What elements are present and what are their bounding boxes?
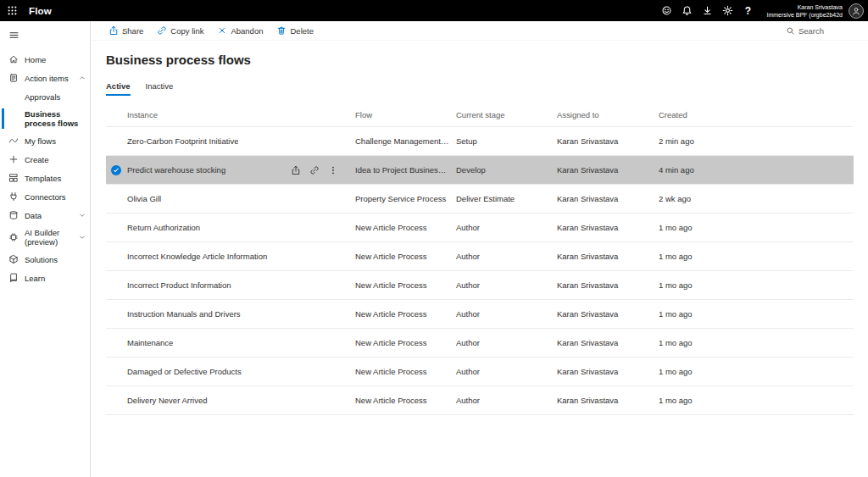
data-icon <box>8 210 19 220</box>
account-info[interactable]: Karan Srivastava Immersive BPF (orgbe2b4… <box>767 3 843 19</box>
instance-cell: Instruction Manuals and Drivers <box>106 300 355 328</box>
user-name: Karan Srivastava <box>767 3 843 11</box>
check-icon <box>113 167 120 174</box>
download-button[interactable] <box>698 0 718 21</box>
row-copy-link-button[interactable] <box>309 165 320 175</box>
row-select-target[interactable] <box>111 396 121 406</box>
assigned-to-cell: Karan Srivastava <box>557 309 659 319</box>
search-icon <box>786 26 795 36</box>
tabs: ActiveInactive <box>106 81 854 96</box>
command-label: Copy link <box>170 26 203 36</box>
copy-link-button[interactable]: Copy link <box>157 25 203 36</box>
sidebar-item-solutions[interactable]: Solutions <box>0 250 90 269</box>
search-box[interactable]: Search <box>786 26 824 36</box>
table-row[interactable]: Return AuthorizationNew Article ProcessA… <box>106 214 854 242</box>
sidebar-item-create[interactable]: Create <box>0 150 90 169</box>
flow-cell: Property Service Process <box>355 194 456 203</box>
instance-cell: Olivia Gill <box>106 185 355 213</box>
tab-active[interactable]: Active <box>106 81 131 96</box>
sidebar-item-data[interactable]: Data <box>0 206 90 225</box>
row-select-target[interactable] <box>111 194 121 204</box>
assigned-to-cell: Karan Srivastava <box>557 136 659 146</box>
tab-inactive[interactable]: Inactive <box>146 81 174 96</box>
sidebar-item-templates[interactable]: Templates <box>0 169 90 187</box>
table-row[interactable]: Incorrect Knowledge Article InformationN… <box>106 242 854 271</box>
help-icon: ? <box>743 5 754 16</box>
row-selected-check[interactable] <box>111 165 121 175</box>
table-row[interactable]: Zero-Carbon Footprint InitiativeChalleng… <box>106 127 854 156</box>
waffle-menu-button[interactable] <box>0 0 24 21</box>
table-row[interactable]: Predict warehouse stockingIdea to Projec… <box>106 156 854 185</box>
sidebar-item-label: Templates <box>25 174 86 183</box>
column-header-current-stage[interactable]: Current stage <box>456 110 557 119</box>
column-header-instance[interactable]: Instance <box>106 110 355 119</box>
row-share-button[interactable] <box>291 165 301 175</box>
feedback-button[interactable] <box>657 0 677 21</box>
column-header-flow[interactable]: Flow <box>355 110 456 119</box>
table-row[interactable]: Olivia GillProperty Service ProcessDeliv… <box>106 185 854 214</box>
sidebar-item-ai-builder-preview[interactable]: AI Builder (preview) <box>0 225 90 250</box>
sidebar-item-learn[interactable]: Learn <box>0 269 90 287</box>
assigned-to-cell: Karan Srivastava <box>557 396 659 405</box>
row-select-target[interactable] <box>111 280 121 291</box>
row-select-target[interactable] <box>111 309 121 319</box>
instance-name: Return Authorization <box>127 223 200 232</box>
sidebar-item-business-process-flows[interactable]: Business process flows <box>0 106 90 131</box>
table-header: InstanceFlowCurrent stageAssigned toCrea… <box>106 103 854 127</box>
delete-button[interactable]: Delete <box>276 25 313 36</box>
instance-cell: Zero-Carbon Footprint Initiative <box>106 127 355 155</box>
help-button[interactable]: ? <box>738 0 759 21</box>
created-cell: 1 mo ago <box>659 338 854 347</box>
settings-icon <box>722 5 733 16</box>
instance-name: Zero-Carbon Footprint Initiative <box>127 136 238 146</box>
row-select-target[interactable] <box>111 367 121 377</box>
created-cell: 4 min ago <box>659 165 854 175</box>
created-cell: 1 mo ago <box>659 309 854 319</box>
row-select-target[interactable] <box>111 223 121 233</box>
table-row[interactable]: Damaged or Defective ProductsNew Article… <box>106 358 854 386</box>
column-header-assigned-to[interactable]: Assigned to <box>557 110 659 119</box>
instance-cell: Delivery Never Arrived <box>106 386 355 414</box>
table-row[interactable]: Incorrect Product InformationNew Article… <box>106 271 854 300</box>
instance-cell: Damaged or Defective Products <box>106 358 355 385</box>
abandon-icon <box>217 25 227 36</box>
row-select-target[interactable] <box>111 252 121 262</box>
flow-cell: New Article Process <box>355 223 456 232</box>
app-title[interactable]: Flow <box>29 6 52 16</box>
table-body: Zero-Carbon Footprint InitiativeChalleng… <box>106 127 854 415</box>
row-select-target[interactable] <box>111 338 121 348</box>
column-header-created[interactable]: Created <box>659 110 854 119</box>
avatar[interactable] <box>849 3 864 19</box>
row-select-target[interactable] <box>111 136 121 147</box>
feedback-icon <box>661 5 672 16</box>
row-more-vertical-button[interactable] <box>328 165 338 175</box>
sidebar-item-action-items[interactable]: Action items <box>0 69 90 87</box>
created-cell: 1 mo ago <box>659 367 854 376</box>
sidebar: HomeAction itemsApprovalsBusiness proces… <box>0 21 91 477</box>
share-button[interactable]: Share <box>108 25 143 36</box>
sidebar-collapse-button[interactable] <box>0 24 90 47</box>
notifications-button[interactable] <box>677 0 698 21</box>
ai-builder-icon <box>8 232 19 242</box>
flow-cell: New Article Process <box>355 338 456 347</box>
settings-button[interactable] <box>718 0 738 21</box>
instance-cell: Return Authorization <box>106 214 355 241</box>
sidebar-item-label: My flows <box>25 136 86 146</box>
sidebar-item-home[interactable]: Home <box>0 50 90 69</box>
sidebar-item-label: Action items <box>25 74 76 83</box>
bpf-table: InstanceFlowCurrent stageAssigned toCrea… <box>106 103 854 415</box>
sidebar-item-my-flows[interactable]: My flows <box>0 131 90 150</box>
table-row[interactable]: MaintenanceNew Article ProcessAuthorKara… <box>106 329 854 358</box>
current-stage-cell: Deliver Estimate <box>456 194 557 203</box>
sidebar-item-connectors[interactable]: Connectors <box>0 187 90 206</box>
assigned-to-cell: Karan Srivastava <box>557 223 659 232</box>
assigned-to-cell: Karan Srivastava <box>557 338 659 347</box>
table-row[interactable]: Delivery Never ArrivedNew Article Proces… <box>106 386 854 415</box>
action-items-icon <box>8 73 19 83</box>
connectors-icon <box>8 191 19 202</box>
table-row[interactable]: Instruction Manuals and DriversNew Artic… <box>106 300 854 329</box>
download-icon <box>702 5 713 16</box>
abandon-button[interactable]: Abandon <box>217 25 263 36</box>
sidebar-item-approvals[interactable]: Approvals <box>0 87 90 106</box>
waffle-icon <box>7 5 18 16</box>
